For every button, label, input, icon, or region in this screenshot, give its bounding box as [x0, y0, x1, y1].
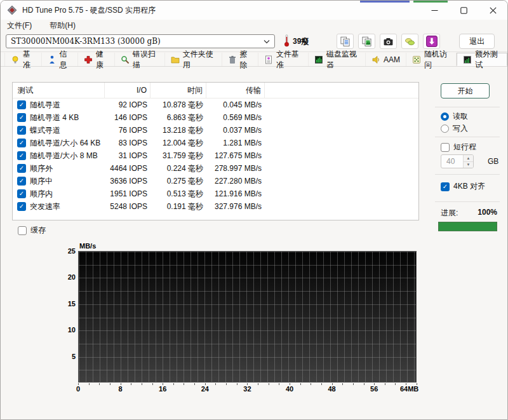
transfer-value: 0.569 MB/s — [206, 113, 265, 122]
row-checkbox[interactable]: ✓ — [17, 100, 26, 109]
drive-selector[interactable]: ST30000NM004K-3RM133 (30000 gB) — [6, 34, 275, 48]
tab-11[interactable]: 额外测试 — [457, 53, 507, 66]
copy-text-icon — [340, 36, 351, 47]
x-tick-label: 8 — [119, 385, 123, 393]
stepper-up-icon[interactable]: ▲ — [464, 155, 473, 162]
start-button[interactable]: 开始 — [441, 83, 490, 98]
row-checkbox[interactable]: ✓ — [17, 189, 26, 198]
tab-label: 磁盘监视器 — [326, 49, 359, 71]
test-name: 随机寻道 4 KB — [30, 112, 79, 123]
transfer-value: 227.280 MB/s — [206, 177, 265, 186]
lightbulb-icon — [11, 55, 20, 64]
table-row[interactable]: ✓随机寻道92 IOPS10.878 毫秒0.045 MB/s — [13, 98, 418, 111]
io-value: 1951 IOPS — [105, 189, 150, 198]
tab-label: 健康 — [96, 49, 109, 71]
test-name: 随机寻道 — [30, 100, 60, 111]
short-stroke-checkbox[interactable] — [441, 143, 450, 152]
table-row[interactable]: ✓蝶式寻道76 IOPS13.218 毫秒0.037 MB/s — [13, 124, 418, 137]
capacity-stepper[interactable]: 40 ▲ ▼ — [441, 154, 474, 168]
cache-checkbox[interactable] — [18, 226, 27, 235]
x-tick-label: 48 — [328, 385, 335, 393]
file-benchmark-icon — [264, 55, 273, 64]
maximize-button[interactable] — [449, 1, 478, 20]
read-radio-row[interactable]: 读取 — [434, 111, 505, 122]
tab-6[interactable]: 擦除 — [222, 53, 259, 66]
close-button[interactable] — [478, 1, 507, 20]
write-radio[interactable] — [441, 125, 449, 133]
x-tick-label: 24 — [201, 385, 209, 393]
table-row[interactable]: ✓突发速率5248 IOPS0.191 毫秒327.976 MB/s — [13, 200, 418, 213]
tab-1[interactable]: 基准 — [4, 53, 42, 66]
table-row[interactable]: ✓顺序中3636 IOPS0.275 毫秒227.280 MB/s — [13, 175, 418, 187]
cache-row[interactable]: 缓存 — [18, 225, 46, 236]
row-checkbox[interactable]: ✓ — [17, 126, 26, 135]
tab-4[interactable]: 错误扫描 — [115, 53, 165, 66]
table-row[interactable]: ✓随机寻道/大小 64 KB83 IOPS12.004 毫秒1.281 MB/s — [13, 137, 418, 149]
trash-icon — [228, 55, 237, 64]
transfer-value: 127.675 MB/s — [206, 151, 265, 160]
screenshot-button[interactable] — [380, 34, 397, 49]
row-checkbox[interactable]: ✓ — [17, 151, 26, 160]
io-value: 5248 IOPS — [105, 202, 150, 211]
background-window-sliver — [360, 1, 410, 3]
copy-image-button[interactable] — [358, 34, 375, 49]
stepper-down-icon[interactable]: ▼ — [464, 162, 473, 168]
time-value: 12.004 毫秒 — [150, 138, 206, 149]
tab-8[interactable]: 磁盘监视器 — [309, 53, 366, 66]
io-value: 92 IOPS — [105, 100, 150, 109]
tab-3[interactable]: 健康 — [78, 53, 115, 66]
table-row[interactable]: ✓随机寻道/大小 8 MB31 IOPS31.759 毫秒127.675 MB/… — [13, 149, 418, 162]
progress-row: 进展: 100% — [434, 208, 505, 219]
title-bar: HD Tune Pro 5.75 - 硬盘/SSD 实用程序 — [1, 1, 507, 20]
table-row[interactable]: ✓顺序外4464 IOPS0.224 毫秒278.997 MB/s — [13, 162, 418, 175]
row-checkbox[interactable]: ✓ — [17, 164, 26, 173]
table-row[interactable]: ✓顺序内1951 IOPS0.513 毫秒121.916 MB/s — [13, 187, 418, 200]
update-button[interactable] — [423, 34, 440, 49]
test-name: 随机寻道/大小 64 KB — [30, 138, 100, 149]
row-checkbox[interactable]: ✓ — [17, 139, 26, 147]
buy-button[interactable] — [401, 34, 418, 49]
minimize-button[interactable] — [420, 1, 449, 20]
tab-label: 基准 — [23, 49, 36, 71]
menu-help[interactable]: 帮助(H) — [50, 20, 76, 31]
exit-button[interactable]: 退出 — [459, 34, 495, 49]
temperature-indicator: 39癈 — [283, 34, 309, 50]
y-tick-label: 25 — [68, 247, 76, 255]
copy-text-button[interactable] — [337, 34, 354, 49]
align-checkbox[interactable]: ✓ — [441, 182, 450, 191]
tab-7[interactable]: 文件基准 — [258, 53, 309, 66]
thermometer-icon — [283, 34, 291, 50]
x-tick-label: 40 — [286, 385, 293, 393]
io-value: 4464 IOPS — [105, 164, 150, 173]
transfer-value: 1.281 MB/s — [206, 139, 265, 147]
toolbar-buttons — [337, 34, 440, 49]
progress-label: 进展: — [441, 208, 458, 219]
tab-10[interactable]: 随机访问 — [406, 53, 457, 66]
y-tick-label: 10 — [68, 326, 76, 334]
column-header-transfer[interactable]: 传输 — [206, 83, 265, 98]
x-tick-label: 32 — [243, 385, 251, 393]
column-header-io[interactable]: I/O — [105, 83, 150, 98]
row-checkbox[interactable]: ✓ — [17, 113, 26, 122]
y-axis-ticks: 252015105 — [57, 251, 76, 383]
align-row[interactable]: ✓ 4KB 对齐 — [434, 181, 505, 192]
tab-5[interactable]: 文件夹使用 — [165, 53, 222, 66]
column-header-test[interactable]: 测试 — [13, 83, 105, 98]
row-checkbox[interactable]: ✓ — [17, 177, 26, 186]
app-icon — [7, 5, 17, 15]
y-tick-label: 15 — [68, 300, 76, 308]
test-name: 顺序中 — [30, 176, 53, 187]
menu-file[interactable]: 文件(F) — [7, 20, 32, 31]
separator — [435, 201, 500, 202]
short-stroke-row[interactable]: 短行程 — [434, 142, 505, 152]
tab-9[interactable]: AAM — [366, 53, 406, 66]
table-row[interactable]: ✓随机寻道 4 KB146 IOPS6.863 毫秒0.569 MB/s — [13, 111, 418, 124]
column-header-time[interactable]: 时间 — [150, 83, 206, 98]
row-checkbox[interactable]: ✓ — [17, 202, 26, 211]
tab-2[interactable]: 信息 — [42, 53, 79, 66]
write-radio-row[interactable]: 写入 — [434, 123, 505, 134]
tab-label: 错误扫描 — [133, 49, 159, 71]
transfer-value: 0.045 MB/s — [206, 100, 265, 109]
read-radio[interactable] — [441, 112, 449, 121]
tab-label: 随机访问 — [424, 49, 450, 71]
